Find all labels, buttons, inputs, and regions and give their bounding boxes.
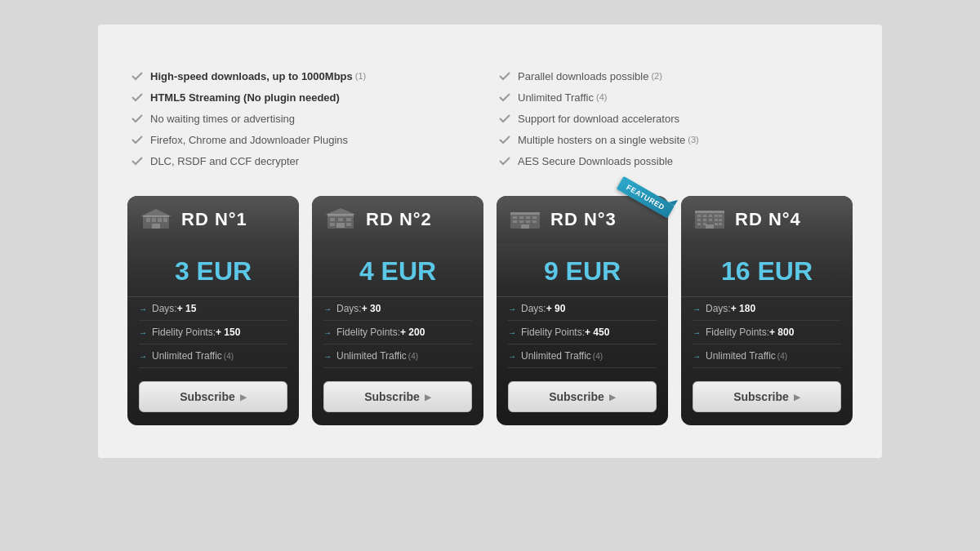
building-icon xyxy=(140,207,173,232)
benefit-item: Parallel downloads possible (2) xyxy=(498,65,849,87)
feature-value: + 180 xyxy=(731,303,755,314)
arrow-icon: → xyxy=(693,304,701,313)
svg-rect-19 xyxy=(513,216,517,219)
svg-rect-33 xyxy=(715,215,718,217)
subscribe-button-label: Subscribe xyxy=(733,390,789,403)
arrow-icon: → xyxy=(508,352,516,361)
feature-label: Unlimited Traffic xyxy=(521,350,591,362)
check-icon xyxy=(498,154,511,167)
card-feature-item: →Unlimited Traffic (4) xyxy=(323,344,472,368)
pricing-card-rd2: RD N°24 EUR→Days: + 30→Fidelity Points: … xyxy=(312,196,483,425)
check-icon xyxy=(131,69,144,82)
card-title: RD N°4 xyxy=(735,209,801,230)
svg-rect-43 xyxy=(719,223,722,225)
feature-note: (4) xyxy=(593,352,603,361)
check-icon xyxy=(131,154,144,167)
svg-rect-22 xyxy=(532,216,537,219)
arrow-icon: → xyxy=(139,304,147,313)
feature-label: Unlimited Traffic xyxy=(336,350,407,362)
feature-value: + 150 xyxy=(216,327,240,338)
svg-rect-2 xyxy=(146,218,150,222)
benefits-grid: High-speed downloads, up to 1000Mbps (1)… xyxy=(131,65,849,171)
card-feature-item: →Unlimited Traffic (4) xyxy=(139,344,287,368)
svg-rect-3 xyxy=(152,218,156,222)
svg-rect-30 xyxy=(697,215,701,217)
svg-rect-14 xyxy=(346,223,351,226)
arrow-icon: → xyxy=(323,304,332,313)
check-icon xyxy=(498,133,511,146)
benefit-item: DLC, RSDF and CCF decrypter xyxy=(131,150,482,171)
check-icon xyxy=(498,69,511,82)
pricing-card-rd3: FEATURED RD N°39 EUR→Days: + 90→Fidelity… xyxy=(497,196,668,425)
svg-rect-34 xyxy=(719,215,722,217)
feature-label: Fidelity Points: xyxy=(521,327,585,338)
card-price: 16 EUR xyxy=(681,243,853,296)
pricing-card-rd4: RD N°416 EUR→Days: + 180→Fidelity Points… xyxy=(681,196,853,425)
building-icon xyxy=(510,207,542,232)
benefit-item: AES Secure Downloads possible xyxy=(498,150,849,171)
card-price: 4 EUR xyxy=(312,243,483,296)
feature-label: Fidelity Points: xyxy=(706,327,769,338)
arrow-icon: → xyxy=(139,328,147,337)
svg-rect-4 xyxy=(158,218,162,222)
svg-rect-23 xyxy=(513,220,517,223)
subscribe-arrow-icon: ▶ xyxy=(240,393,247,402)
benefit-item: No waiting times or advertising xyxy=(131,108,482,129)
benefit-text: Firefox, Chrome and Jdownloader Plugins xyxy=(150,134,348,146)
card-header: RD N°1 xyxy=(127,196,299,243)
feature-value: + 450 xyxy=(585,327,609,338)
card-title: RD N°1 xyxy=(181,209,247,230)
svg-rect-15 xyxy=(336,223,345,228)
benefit-item: Support for download accelerators xyxy=(498,108,849,129)
check-icon xyxy=(131,133,144,146)
feature-note: (4) xyxy=(777,352,787,361)
arrow-icon: → xyxy=(693,328,701,337)
svg-rect-24 xyxy=(519,220,523,223)
feature-note: (4) xyxy=(408,352,418,361)
svg-rect-18 xyxy=(510,212,540,215)
feature-note: (4) xyxy=(224,352,234,361)
subscribe-arrow-icon: ▶ xyxy=(609,393,616,402)
svg-marker-7 xyxy=(140,209,172,216)
svg-rect-35 xyxy=(697,219,701,221)
card-features: →Days: + 90→Fidelity Points: + 450→Unlim… xyxy=(497,296,668,368)
benefit-text: AES Secure Downloads possible xyxy=(518,155,673,167)
arrow-icon: → xyxy=(693,352,701,361)
feature-value: + 30 xyxy=(362,303,381,314)
svg-rect-39 xyxy=(719,219,722,221)
svg-rect-25 xyxy=(526,220,530,223)
check-icon xyxy=(498,91,511,104)
benefits-right-col: Parallel downloads possible (2)Unlimited… xyxy=(498,65,849,171)
benefit-text: No waiting times or advertising xyxy=(150,113,295,125)
svg-rect-21 xyxy=(526,216,530,219)
svg-rect-26 xyxy=(532,220,537,223)
svg-rect-20 xyxy=(519,216,523,219)
building-icon xyxy=(325,207,358,232)
check-icon xyxy=(131,91,144,104)
subscribe-button-label: Subscribe xyxy=(549,390,604,403)
benefit-text: Parallel downloads possible xyxy=(518,70,648,82)
subscribe-button[interactable]: Subscribe▶ xyxy=(508,381,657,412)
subscribe-button[interactable]: Subscribe▶ xyxy=(139,381,287,412)
card-feature-item: →Fidelity Points: + 800 xyxy=(693,321,841,344)
card-feature-item: →Days: + 15 xyxy=(139,297,287,321)
main-container: High-speed downloads, up to 1000Mbps (1)… xyxy=(98,24,882,458)
subscribe-arrow-icon: ▶ xyxy=(425,393,431,402)
feature-label: Unlimited Traffic xyxy=(706,350,776,362)
arrow-icon: → xyxy=(139,352,147,361)
subscribe-button[interactable]: Subscribe▶ xyxy=(323,381,472,412)
feature-label: Days: xyxy=(521,303,546,314)
feature-value: + 15 xyxy=(177,303,197,314)
svg-rect-11 xyxy=(338,218,343,221)
svg-marker-16 xyxy=(325,208,356,215)
benefit-item: Unlimited Traffic (4) xyxy=(498,87,849,108)
building-icon xyxy=(694,207,727,232)
card-feature-item: →Unlimited Traffic (4) xyxy=(693,344,841,368)
benefit-item: HTML5 Streaming (No plugin needed) xyxy=(131,87,482,108)
subscribe-button[interactable]: Subscribe▶ xyxy=(693,381,841,412)
benefit-item: High-speed downloads, up to 1000Mbps (1) xyxy=(131,65,482,87)
svg-rect-5 xyxy=(163,218,167,222)
benefits-section: High-speed downloads, up to 1000Mbps (1)… xyxy=(131,65,849,171)
benefit-text: HTML5 Streaming (No plugin needed) xyxy=(150,91,340,104)
check-icon xyxy=(131,112,144,125)
